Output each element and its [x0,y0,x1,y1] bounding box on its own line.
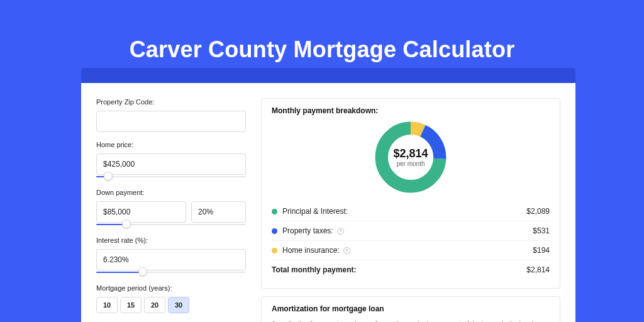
period-option-15[interactable]: 15 [120,297,142,313]
legend-value: $531 [533,226,550,235]
donut-wrap: $2,814 per month [272,119,550,196]
home-price-row: Home price: [96,141,246,180]
period-option-30[interactable]: 30 [168,297,189,313]
amortization-text: Amortization for a mortgage loan refers … [272,319,550,322]
calculator-card: Property Zip Code: Home price: Down paym… [81,83,575,322]
donut-amount: $2,814 [393,147,428,160]
slider-thumb[interactable] [122,219,131,228]
down-payment-pct-input[interactable] [191,201,246,223]
legend-name: Principal & Interest: [282,207,526,216]
period-option-10[interactable]: 10 [96,297,118,313]
info-icon[interactable]: ? [337,228,344,235]
amortization-panel: Amortization for mortgage loan Amortizat… [261,296,560,322]
breakdown-title: Monthly payment breakdown: [272,106,550,115]
period-options: 10152030 [96,297,246,313]
period-row: Mortgage period (years): 10152030 [96,284,246,313]
donut-chart: $2,814 per month [372,119,449,196]
subheader-bar [81,68,575,83]
interest-input[interactable] [96,249,246,270]
home-price-slider[interactable] [96,174,246,180]
slider-thumb[interactable] [138,267,147,276]
page-title: Carver County Mortgage Calculator [0,36,644,63]
legend-value: $194 [533,246,550,255]
legend-item: Home insurance: ?$194 [272,240,550,260]
legend-name: Property taxes: ? [282,226,533,235]
legend-total-label: Total monthly payment: [272,265,526,274]
legend-total: Total monthly payment:$2,814 [272,260,550,279]
legend: Principal & Interest:$2,089Property taxe… [272,202,550,279]
form-column: Property Zip Code: Home price: Down paym… [96,98,246,322]
interest-label: Interest rate (%): [96,236,246,244]
home-price-input[interactable] [96,153,246,175]
interest-slider[interactable] [96,269,246,275]
legend-dot-icon [272,248,277,253]
slider-thumb[interactable] [104,172,113,180]
down-payment-slider[interactable] [96,221,246,228]
down-payment-input[interactable] [96,201,186,223]
legend-total-value: $2,814 [526,265,550,274]
donut-sub: per month [396,160,425,167]
down-payment-row: Down payment: [96,189,246,228]
amortization-title: Amortization for mortgage loan [272,304,550,313]
interest-row: Interest rate (%): [96,236,246,275]
legend-dot-icon [272,209,277,214]
zip-input[interactable] [96,111,246,132]
period-option-20[interactable]: 20 [144,297,165,313]
donut-center: $2,814 per month [372,119,449,196]
breakdown-panel: Monthly payment breakdown: $2,814 per mo… [261,98,560,289]
legend-item: Property taxes: ?$531 [272,221,550,240]
legend-name: Home insurance: ? [282,246,533,255]
down-payment-label: Down payment: [96,189,246,196]
legend-dot-icon [272,228,277,234]
zip-row: Property Zip Code: [96,98,246,132]
info-icon[interactable]: ? [343,247,350,254]
zip-label: Property Zip Code: [96,98,246,106]
legend-item: Principal & Interest:$2,089 [272,202,550,221]
home-price-label: Home price: [96,141,246,148]
legend-value: $2,089 [526,207,550,216]
period-label: Mortgage period (years): [96,284,246,292]
results-column: Monthly payment breakdown: $2,814 per mo… [261,98,560,322]
